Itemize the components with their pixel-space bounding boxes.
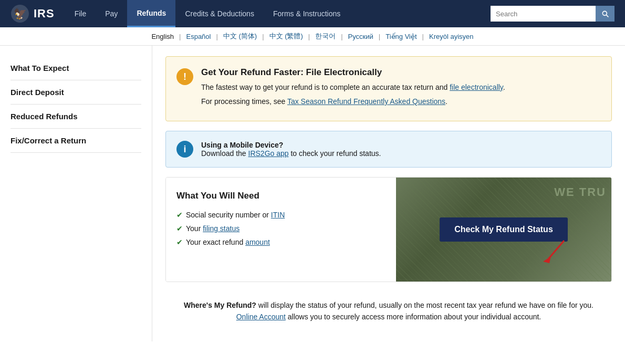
sidebar-item-direct-deposit[interactable]: Direct Deposit [11, 80, 141, 105]
language-bar: English | Español | 中文 (简体) | 中文 (繁體) | … [0, 27, 625, 46]
faq-link[interactable]: Tax Season Refund Frequently Asked Quest… [287, 97, 445, 106]
alert-mobile-device: i Using a Mobile Device? Download the IR… [165, 131, 612, 168]
bottom-text: Where's My Refund? will display the stat… [165, 292, 612, 331]
nav-file[interactable]: File [65, 0, 96, 27]
nav-credits-deductions[interactable]: Credits & Deductions [175, 0, 264, 27]
sidebar-item-fix-correct[interactable]: Fix/Correct a Return [11, 129, 141, 153]
need-item-1: Social security number or ITIN [186, 211, 285, 219]
info-icon: i [176, 141, 193, 158]
lang-creole[interactable]: Kreyòl ayisyen [424, 33, 479, 40]
need-item-2: Your filing status [186, 224, 239, 233]
alert-yellow-title: Get Your Refund Faster: File Electronica… [201, 67, 505, 78]
lang-espanol[interactable]: Español [181, 33, 216, 40]
checkmark-icon: ✔ [176, 238, 183, 246]
sidebar-item-what-to-expect[interactable]: What To Expect [11, 56, 141, 80]
sidebar-item-reduced-refunds[interactable]: Reduced Refunds [11, 105, 141, 129]
lang-english[interactable]: English [146, 33, 179, 40]
checkmark-icon: ✔ [176, 224, 183, 233]
alert-yellow-content: Get Your Refund Faster: File Electronica… [201, 67, 505, 110]
lang-russian[interactable]: Русский [343, 33, 379, 40]
search-input[interactable] [491, 6, 596, 22]
nav-pay[interactable]: Pay [96, 0, 127, 27]
checkmark-icon: ✔ [176, 211, 183, 219]
list-item: ✔ Social security number or ITIN [176, 211, 386, 219]
arrow-icon [538, 238, 569, 266]
nav-refunds[interactable]: Refunds [127, 0, 175, 27]
page-layout: What To Expect Direct Deposit Reduced Re… [0, 46, 625, 341]
need-section: What You Will Need ✔ Social security num… [165, 177, 612, 282]
main-content: ! Get Your Refund Faster: File Electroni… [152, 46, 625, 341]
search-container [491, 6, 614, 22]
navbar: 🦅 IRS File Pay Refunds Credits & Deducti… [0, 0, 625, 27]
nav-forms-instructions[interactable]: Forms & Instructions [264, 0, 350, 27]
lang-korean[interactable]: 한국어 [310, 32, 341, 41]
irs2go-link[interactable]: IRS2Go app [248, 149, 289, 158]
bottom-paragraph-2: Online Account allows you to securely ac… [176, 311, 601, 323]
svg-text:🦅: 🦅 [14, 7, 27, 20]
bottom-paragraph-1: Where's My Refund? will display the stat… [176, 299, 601, 311]
need-left-panel: What You Will Need ✔ Social security num… [166, 178, 396, 282]
nav-menu: File Pay Refunds Credits & Deductions Fo… [65, 0, 491, 27]
search-icon [601, 9, 609, 18]
warning-icon: ! [176, 68, 193, 85]
lang-chinese-simplified[interactable]: 中文 (简体) [218, 32, 262, 41]
amount-link[interactable]: amount [245, 238, 270, 246]
alert-blue-text: Using a Mobile Device? Download the IRS2… [201, 141, 381, 158]
file-electronically-link[interactable]: file electronically [450, 83, 503, 91]
money-text: WE TRU [554, 185, 606, 199]
lang-vietnamese[interactable]: Tiếng Việt [380, 33, 422, 40]
itin-link[interactable]: ITIN [271, 211, 285, 219]
need-title: What You Will Need [176, 191, 386, 201]
online-account-link[interactable]: Online Account [236, 313, 286, 321]
need-list: ✔ Social security number or ITIN ✔ Your … [176, 211, 386, 246]
list-item: ✔ Your exact refund amount [176, 238, 386, 246]
need-item-3: Your exact refund amount [186, 238, 270, 246]
eagle-icon: 🦅 [11, 4, 29, 23]
search-button[interactable] [596, 6, 614, 22]
irs-logo: 🦅 IRS [11, 4, 55, 23]
svg-marker-3 [543, 256, 551, 263]
filing-status-link[interactable]: filing status [203, 224, 239, 233]
alert-yellow-text1: The fastest way to get your refund is to… [201, 82, 505, 93]
need-right-panel: WE TRU Check My Refund Status [396, 178, 611, 282]
list-item: ✔ Your filing status [176, 224, 386, 233]
svg-line-2 [548, 241, 564, 259]
alert-yellow-text2: For processing times, see Tax Season Ref… [201, 96, 505, 107]
irs-wordmark: IRS [34, 7, 55, 20]
alert-file-electronically: ! Get Your Refund Faster: File Electroni… [165, 56, 612, 121]
lang-chinese-traditional[interactable]: 中文 (繁體) [264, 32, 308, 41]
sidebar: What To Expect Direct Deposit Reduced Re… [0, 46, 152, 341]
alert-blue-content: Using a Mobile Device? Download the IRS2… [201, 141, 381, 158]
